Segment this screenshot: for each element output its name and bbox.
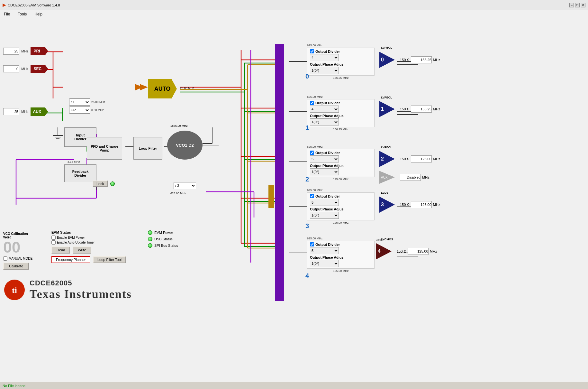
manual-mode-label: MANUAL MODE xyxy=(9,257,32,260)
ch2-resistance: 150 xyxy=(400,157,406,161)
enable-timer-label: Enable Auto-Update Timer xyxy=(57,241,95,244)
status-text: No File loaded. xyxy=(3,384,26,388)
ch2-number: 2 xyxy=(305,176,309,183)
ch4-output-freq-input[interactable] xyxy=(408,248,429,255)
calibrate-button[interactable]: Calibrate xyxy=(3,263,29,270)
channel-3-panel: 625.00 MHz Output Divider 524 Output Pha… xyxy=(307,189,375,224)
ch1-output-freq-input[interactable] xyxy=(411,106,432,113)
ch3-type-label: LVDS xyxy=(381,191,388,194)
aux-triangle: AUX xyxy=(379,171,399,184)
aux-freq-input[interactable]: 25 xyxy=(3,108,19,115)
ch1-phase-select[interactable]: 1(0°) xyxy=(310,118,339,125)
purple-bar-5 xyxy=(275,237,284,301)
usb-status-label: USB Status xyxy=(154,237,173,241)
ch2-type-label: LVPECL xyxy=(381,146,392,149)
ch4-phase-select[interactable]: 1(0°) xyxy=(310,260,339,267)
ch1-divider-select[interactable]: 425 xyxy=(310,106,339,113)
ch4-omega: Ω xyxy=(404,250,406,253)
svg-text:3.13 MHz: 3.13 MHz xyxy=(68,160,80,163)
brand-full: Texas Instruments xyxy=(30,287,132,301)
ch0-omega: Ω xyxy=(407,58,409,62)
svg-marker-65 xyxy=(140,84,148,90)
aux-output-freq-input[interactable] xyxy=(400,174,421,181)
ch2-output-row: 2 150 Ω MHz xyxy=(379,151,440,167)
ch2-phase-select[interactable]: 1(0°) xyxy=(310,168,339,175)
ch0-output-row: 0 150 Ω MHz xyxy=(379,52,440,68)
aux-output-row: AUX MHz xyxy=(379,171,430,184)
ch0-output-freq-input[interactable] xyxy=(411,56,432,63)
ch0-number: 0 xyxy=(305,73,309,80)
ch4-divider-select[interactable]: 524 xyxy=(310,247,339,254)
manual-mode-checkbox[interactable] xyxy=(3,256,7,261)
channel-0-panel: 625.00 MHz Output Divider 425 Output Pha… xyxy=(307,44,375,79)
menu-file[interactable]: File xyxy=(3,11,11,17)
loop-filter-tool-button[interactable]: Loop Filter Tool xyxy=(93,256,126,263)
sec-freq-label: MHz xyxy=(21,67,29,71)
ch2-divider-select[interactable]: 524 xyxy=(310,155,339,162)
ch3-divider-select[interactable]: 524 xyxy=(310,199,339,206)
ch0-triangle: 0 xyxy=(379,52,399,68)
evm-status-title: EVM Status xyxy=(51,230,126,234)
enable-power-label: Enable EVM Power xyxy=(57,236,85,239)
vco-cal-label: VCO CalibrationWord xyxy=(3,232,32,239)
ch2-enable-checkbox[interactable] xyxy=(310,151,314,155)
ch3-number: 3 xyxy=(305,222,309,230)
read-button[interactable]: Read xyxy=(51,246,70,254)
maximize-button[interactable]: □ xyxy=(575,3,580,7)
ch4-output-row: Active 4 150 Ω MHz xyxy=(376,243,437,259)
ch3-enable-checkbox[interactable] xyxy=(310,194,314,198)
ch3-phase-select[interactable]: 1(0°) xyxy=(310,212,339,219)
ch3-output-row: 3 150 Ω MHz xyxy=(379,197,440,213)
menu-tools[interactable]: Tools xyxy=(16,11,28,17)
channel-2-panel: 625.00 MHz Output Divider 524 Output Pha… xyxy=(307,145,375,181)
pri-freq-label: MHz xyxy=(21,49,29,53)
ch4-enable-checkbox[interactable] xyxy=(310,242,314,246)
spi-status-label: SPI Bus Status xyxy=(154,244,178,247)
ch1-enable-checkbox[interactable] xyxy=(310,101,314,105)
menu-help[interactable]: Help xyxy=(33,11,44,17)
lock-led xyxy=(110,181,115,186)
minimize-button[interactable]: – xyxy=(569,3,574,7)
evm-indicators: EVM Power USB Status SPI Bus Status xyxy=(148,230,178,248)
close-button[interactable]: ✕ xyxy=(581,3,585,7)
hiz-select[interactable]: HiZ0 xyxy=(69,107,90,114)
write-button[interactable]: Write xyxy=(73,246,91,254)
evm-status-area: EVM Status Enable EVM Power Enable Auto-… xyxy=(51,230,126,263)
ch2-divider-label: Output Divider xyxy=(315,151,340,155)
enable-timer-checkbox[interactable] xyxy=(51,240,56,245)
ch0-divider-label: Output Divider xyxy=(315,50,340,53)
post-divider-select[interactable]: / 3/ 2/ 4 xyxy=(174,182,196,189)
ch0-divider-select[interactable]: 425 xyxy=(310,54,339,61)
svg-marker-64 xyxy=(135,84,143,90)
ch1-resistance: 150 xyxy=(400,107,406,111)
ch2-mhz-label: MHz xyxy=(433,157,440,161)
ch2-triangle: 2 xyxy=(379,151,399,167)
freq-planner-button[interactable]: Frequency Planner xyxy=(51,256,90,263)
ch3-output-freq-input[interactable] xyxy=(411,201,432,208)
divider-freq-bot: 0.00 MHz xyxy=(91,108,104,112)
pfd-block: PFD and Charge Pump xyxy=(87,137,122,160)
channel-1-panel: 625.00 MHz Output Divider 425 Output Pha… xyxy=(307,95,375,131)
ch2-output-freq-input[interactable] xyxy=(411,155,432,162)
sec-freq-input[interactable]: 0 xyxy=(3,65,19,72)
pfd-label: PFD and Charge Pump xyxy=(87,144,122,152)
vco-cal-area: VCO CalibrationWord 00 MANUAL MODE Calib… xyxy=(3,232,32,270)
ch0-resistance: 150 xyxy=(400,58,406,62)
evm-power-led xyxy=(148,230,152,235)
pri-block: PRI xyxy=(31,47,48,55)
pri-freq-input[interactable]: 25 xyxy=(3,48,19,55)
ch3-phase-label: Output Phase Adjus xyxy=(310,207,372,211)
feedback-divider-block: FeedbackDivider xyxy=(64,164,96,182)
divider-select[interactable]: / 1/ 2/ 4 xyxy=(69,98,90,106)
divider-freq-top: 25.00 MHz xyxy=(91,100,105,104)
ch1-type-label: LVPECL xyxy=(381,96,392,99)
ch0-phase-select[interactable]: 1(0°) xyxy=(310,67,339,74)
ch1-output-row: 1 150 Ω MHz xyxy=(379,101,440,117)
enable-power-checkbox[interactable] xyxy=(51,236,56,240)
channel-4-panel: 625.00 MHz Output Divider 524 Output Pha… xyxy=(307,237,375,273)
ch4-number: 4 xyxy=(305,272,309,280)
ch0-enable-checkbox[interactable] xyxy=(310,49,314,53)
vco-freq-label: 1875.00 MHz xyxy=(170,124,188,127)
lock-button[interactable]: Lock xyxy=(93,181,108,187)
ch0-type-label: LVPECL xyxy=(381,46,392,49)
